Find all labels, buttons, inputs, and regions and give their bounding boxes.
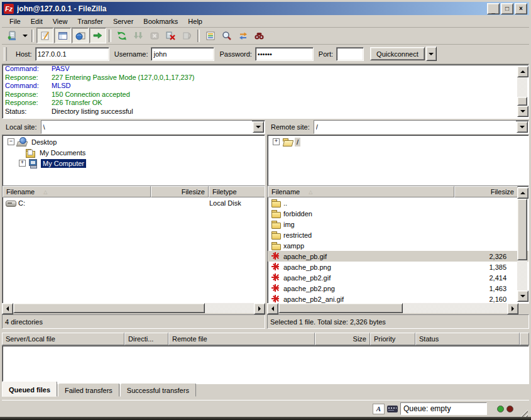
file-name: xampp bbox=[283, 242, 304, 250]
scrollbar-thumb[interactable] bbox=[278, 303, 403, 313]
column-header-server-local-file[interactable]: Server/Local file bbox=[2, 333, 124, 345]
queue-list[interactable] bbox=[2, 345, 529, 384]
menu-server[interactable]: Server bbox=[108, 16, 138, 26]
scrollbar-thumb[interactable] bbox=[13, 303, 205, 313]
port-input[interactable] bbox=[336, 47, 364, 61]
scroll-down-icon[interactable] bbox=[517, 106, 528, 117]
scroll-up-icon[interactable] bbox=[517, 66, 528, 77]
remote-site-combo[interactable] bbox=[314, 120, 529, 134]
column-header-status[interactable]: Status bbox=[415, 333, 520, 345]
combo-dropdown-button[interactable] bbox=[253, 121, 264, 133]
quickconnect-button[interactable]: Quickconnect bbox=[370, 47, 425, 60]
log-scrollbar[interactable] bbox=[517, 66, 527, 117]
username-input[interactable] bbox=[151, 47, 214, 61]
local-file-row[interactable]: C: Local Disk bbox=[3, 197, 265, 208]
toggle-local-tree-button[interactable] bbox=[54, 28, 71, 43]
expand-icon[interactable]: + bbox=[273, 138, 280, 145]
remote-file-row[interactable]: apache_pb2_ani.gif 2,160 bbox=[268, 294, 528, 304]
site-manager-button[interactable] bbox=[4, 28, 20, 43]
toggle-transfer-queue-button[interactable] bbox=[89, 28, 106, 43]
column-header-filetype[interactable]: Filetype bbox=[209, 186, 265, 197]
tree-item-root[interactable]: + / bbox=[268, 136, 528, 147]
disconnect-button[interactable] bbox=[163, 28, 178, 43]
transfer-queue-icon bbox=[93, 31, 103, 41]
local-horizontal-scrollbar[interactable] bbox=[2, 303, 265, 313]
scroll-up-icon[interactable] bbox=[517, 187, 528, 199]
menu-transfer[interactable]: Transfer bbox=[72, 16, 108, 26]
synchronized-browsing-button[interactable] bbox=[235, 28, 251, 43]
tab-queued-files[interactable]: Queued files bbox=[2, 381, 57, 397]
remote-file-row[interactable]: apache_pb2.gif 2,414 bbox=[268, 272, 528, 283]
combo-dropdown-button[interactable] bbox=[517, 121, 528, 133]
column-header-filesize[interactable]: Filesize bbox=[454, 186, 518, 197]
minimize-button[interactable]: _ bbox=[487, 3, 500, 14]
scroll-down-icon[interactable] bbox=[517, 290, 528, 302]
log-line: Status:Directory listing successful bbox=[3, 108, 528, 116]
column-header-filesize[interactable]: Filesize bbox=[151, 186, 209, 197]
tab-failed-transfers[interactable]: Failed transfers bbox=[58, 383, 119, 397]
tab-successful-transfers[interactable]: Successful transfers bbox=[120, 383, 196, 397]
scroll-right-icon[interactable] bbox=[254, 303, 265, 314]
remote-file-row-selected[interactable]: apache_pb.gif 2,326 bbox=[268, 251, 528, 262]
remote-list-header: Filename△ Filesize bbox=[268, 186, 518, 197]
close-button[interactable]: × bbox=[515, 3, 527, 14]
file-size: 2,160 bbox=[453, 296, 510, 303]
remote-file-row[interactable]: img bbox=[268, 219, 528, 229]
column-header-remote-file[interactable]: Remote file bbox=[168, 333, 315, 345]
local-site-bar: Local site: bbox=[2, 120, 265, 134]
scroll-left-icon[interactable] bbox=[267, 303, 278, 314]
collapse-icon[interactable]: − bbox=[8, 138, 14, 145]
scroll-left-icon[interactable] bbox=[2, 303, 13, 314]
site-manager-dropdown-button[interactable] bbox=[21, 28, 29, 43]
cancel-operation-button[interactable] bbox=[146, 28, 162, 43]
local-site-combo[interactable] bbox=[41, 120, 265, 134]
column-header-filename[interactable]: Filename△ bbox=[3, 186, 151, 197]
menu-file[interactable]: File bbox=[4, 16, 26, 26]
toolbar-separator bbox=[31, 30, 34, 42]
toolbar-grip[interactable] bbox=[4, 47, 7, 61]
remote-horizontal-scrollbar[interactable] bbox=[267, 303, 518, 313]
remote-vertical-scrollbar[interactable] bbox=[517, 187, 527, 302]
directory-listing-filters-button[interactable] bbox=[202, 28, 218, 43]
directory-comparison-button[interactable] bbox=[219, 28, 234, 43]
refresh-button[interactable] bbox=[114, 28, 129, 43]
local-site-input[interactable] bbox=[41, 121, 252, 133]
tree-item-my-computer[interactable]: + My Computer bbox=[3, 158, 265, 169]
reconnect-button[interactable] bbox=[179, 28, 195, 43]
toggle-remote-tree-button[interactable] bbox=[72, 28, 89, 43]
maximize-button[interactable]: □ bbox=[501, 3, 513, 14]
cancel-icon bbox=[150, 31, 160, 41]
scroll-right-icon[interactable] bbox=[507, 303, 518, 314]
log-line: Command:PASV bbox=[3, 65, 528, 74]
remote-file-row[interactable]: .. bbox=[268, 197, 528, 208]
remote-file-row[interactable]: xampp bbox=[268, 240, 528, 251]
column-header-filename[interactable]: Filename△ bbox=[268, 186, 454, 197]
menu-bookmarks[interactable]: Bookmarks bbox=[138, 16, 183, 26]
expand-icon[interactable]: + bbox=[19, 160, 26, 167]
scrollbar-thumb[interactable] bbox=[517, 97, 527, 106]
open-folder-icon bbox=[282, 137, 293, 146]
remote-file-row[interactable]: restricted bbox=[268, 229, 528, 240]
file-name: apache_pb.png bbox=[283, 263, 331, 271]
resize-grip[interactable] bbox=[520, 409, 528, 417]
file-size: 1,385 bbox=[453, 263, 510, 271]
find-files-button[interactable] bbox=[251, 28, 267, 43]
tree-item-my-documents[interactable]: My Documents bbox=[3, 147, 265, 158]
menu-view[interactable]: View bbox=[48, 16, 73, 26]
remote-file-row[interactable]: apache_pb.png 1,385 bbox=[268, 262, 528, 272]
column-header-priority[interactable]: Priority bbox=[370, 333, 415, 345]
tree-item-desktop[interactable]: − Desktop bbox=[3, 136, 265, 147]
quickconnect-dropdown-button[interactable] bbox=[426, 47, 437, 61]
column-header-size[interactable]: Size bbox=[315, 333, 370, 345]
menu-help[interactable]: Help bbox=[183, 16, 207, 26]
remote-file-row[interactable]: forbidden bbox=[268, 208, 528, 219]
remote-file-row[interactable]: apache_pb2.png 1,463 bbox=[268, 283, 528, 294]
password-input[interactable] bbox=[255, 47, 314, 61]
column-header-direction[interactable]: Directi... bbox=[124, 333, 168, 345]
menu-edit[interactable]: Edit bbox=[26, 16, 48, 26]
toggle-message-log-button[interactable] bbox=[36, 28, 53, 43]
host-input[interactable] bbox=[35, 47, 109, 61]
scrollbar-thumb[interactable] bbox=[517, 199, 527, 260]
remote-site-input[interactable] bbox=[314, 121, 516, 133]
process-queue-button[interactable] bbox=[130, 28, 146, 43]
